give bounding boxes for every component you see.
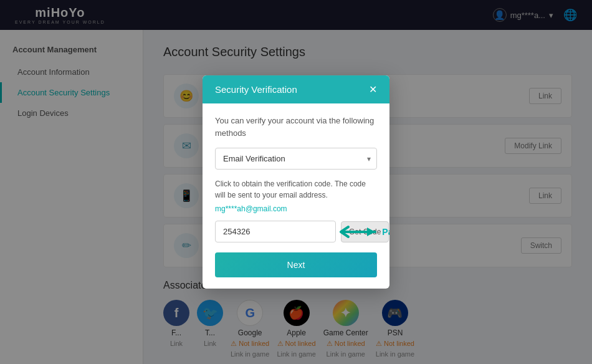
verification-method-select[interactable]: Email Verification Phone Verification (215, 148, 377, 170)
modal-header: Security Verification ✕ (203, 75, 389, 103)
security-verification-modal: Security Verification ✕ You can verify y… (203, 75, 389, 289)
verif-description: Click to obtain the verification code. T… (215, 178, 377, 201)
code-input-row: Get Code Paste Kode Verifikasi (215, 221, 377, 242)
get-code-button[interactable]: Get Code (341, 221, 389, 242)
modal-body: You can verify your account via the foll… (203, 103, 389, 289)
verification-code-input[interactable] (215, 221, 336, 242)
modal-description: You can verify your account via the foll… (215, 115, 377, 139)
modal-close-button[interactable]: ✕ (369, 85, 377, 95)
modal-overlay: Security Verification ✕ You can verify y… (0, 0, 592, 364)
verification-method-dropdown-wrapper: Email Verification Phone Verification ▾ (215, 148, 377, 170)
next-button[interactable]: Next (215, 252, 377, 277)
modal-title: Security Verification (215, 84, 297, 95)
email-address-display: mg****ah@gmail.com (215, 204, 377, 213)
